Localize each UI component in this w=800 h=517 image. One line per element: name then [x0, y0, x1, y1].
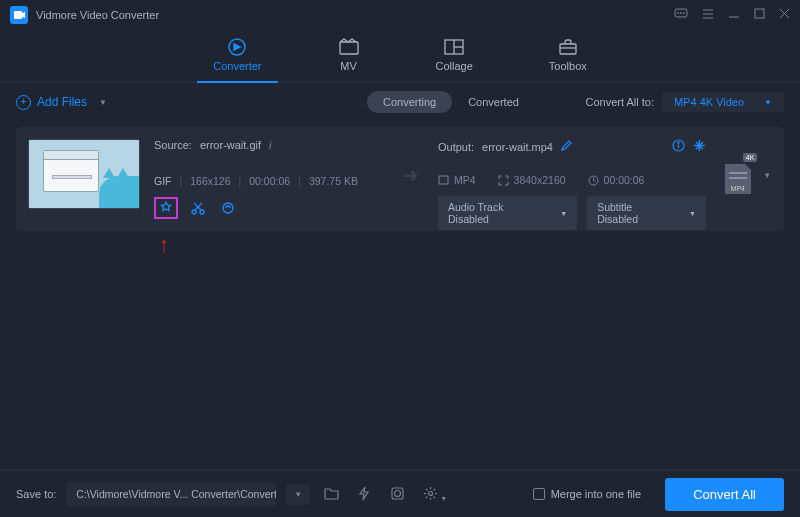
svg-point-20	[200, 210, 204, 214]
tab-label: Toolbox	[549, 60, 587, 72]
svg-point-2	[678, 12, 679, 13]
tab-label: Collage	[436, 60, 473, 72]
toolbar: + Add Files ▼ Converting Converted Conve…	[0, 83, 800, 121]
media-info-icon[interactable]	[672, 139, 685, 154]
tab-label: Converter	[213, 60, 261, 72]
save-to-label: Save to:	[16, 488, 56, 500]
svg-point-26	[678, 142, 679, 143]
toolbox-icon	[557, 38, 579, 56]
chevron-down-icon: ▼	[560, 210, 567, 217]
arrow-right-icon: ➜	[402, 163, 419, 187]
minimize-icon[interactable]	[728, 8, 740, 23]
svg-rect-13	[340, 42, 358, 54]
app-title: Vidmore Video Converter	[36, 9, 674, 21]
hw-accel-icon[interactable]	[353, 482, 376, 507]
convert-all-button[interactable]: Convert All	[665, 478, 784, 511]
enhance-button[interactable]	[218, 198, 238, 218]
chevron-down-icon: ▼	[689, 210, 696, 217]
rename-icon[interactable]	[561, 140, 572, 153]
output-dimensions: 3840x2160	[514, 174, 566, 186]
compress-icon[interactable]	[693, 139, 706, 154]
tab-label: MV	[340, 60, 357, 72]
high-speed-icon[interactable]	[386, 482, 409, 507]
chevron-down-icon: ▼	[764, 98, 772, 107]
convert-all-label: Convert All to:	[585, 96, 653, 108]
format-value: MP4 4K Video	[674, 96, 744, 108]
plus-icon: +	[16, 95, 31, 110]
save-path-dropdown[interactable]: ▼	[286, 484, 310, 505]
tab-mv[interactable]: MV	[330, 34, 368, 82]
svg-rect-9	[755, 9, 764, 18]
source-filename: error-wait.gif	[200, 139, 261, 151]
main-tabs: Converter MV Collage Toolbox	[0, 30, 800, 83]
audio-track-select[interactable]: Audio Track Disabled ▼	[438, 196, 577, 230]
add-files-button[interactable]: + Add Files ▼	[16, 95, 107, 110]
maximize-icon[interactable]	[754, 8, 765, 23]
tab-converter[interactable]: Converter	[205, 34, 269, 82]
svg-point-23	[223, 203, 233, 213]
chevron-down-icon: ▼	[99, 98, 107, 107]
checkbox-icon	[533, 488, 545, 500]
output-format-select[interactable]: MP4 4K Video ▼	[662, 92, 784, 112]
svg-point-4	[684, 12, 685, 13]
svg-point-3	[681, 12, 682, 13]
output-label: Output:	[438, 141, 474, 153]
source-metadata: GIF| 166x126| 00:00:06| 397.75 KB	[154, 175, 374, 187]
svg-rect-33	[392, 488, 403, 499]
menu-icon[interactable]	[702, 8, 714, 23]
svg-line-22	[194, 203, 201, 210]
status-segment: Converting Converted	[367, 91, 535, 113]
audio-track-value: Audio Track Disabled	[448, 201, 546, 225]
segment-converting[interactable]: Converting	[367, 91, 452, 113]
titlebar: Vidmore Video Converter	[0, 0, 800, 30]
mv-icon	[338, 38, 360, 56]
svg-point-34	[395, 490, 401, 496]
svg-point-35	[429, 491, 433, 495]
edit-effects-button[interactable]	[154, 197, 178, 219]
feedback-icon[interactable]	[674, 8, 688, 23]
output-format-badge[interactable]: 4K MP4 ▼	[728, 153, 768, 197]
subtitle-value: Subtitle Disabled	[597, 201, 675, 225]
source-size: 397.75 KB	[309, 175, 358, 187]
cut-button[interactable]	[188, 198, 208, 218]
tab-toolbox[interactable]: Toolbox	[541, 34, 595, 82]
file-item: Source: error-wait.gif i GIF| 166x126| 0…	[16, 127, 784, 231]
svg-rect-0	[14, 11, 22, 19]
tab-collage[interactable]: Collage	[428, 34, 481, 82]
source-duration: 00:00:06	[249, 175, 290, 187]
subtitle-select[interactable]: Subtitle Disabled ▼	[587, 196, 706, 230]
open-folder-icon[interactable]	[320, 483, 343, 506]
collage-icon	[443, 38, 465, 56]
info-icon[interactable]: i	[269, 139, 271, 151]
annotation-arrow: ↑	[160, 232, 168, 257]
merge-checkbox[interactable]: Merge into one file	[533, 488, 642, 500]
svg-rect-17	[560, 44, 576, 54]
svg-rect-31	[439, 176, 448, 184]
add-files-label: Add Files	[37, 95, 87, 109]
chevron-down-icon: ▼	[763, 171, 771, 180]
output-format: MP4	[454, 174, 476, 186]
quality-badge: 4K	[743, 153, 758, 162]
source-format: GIF	[154, 175, 172, 187]
segment-converted[interactable]: Converted	[452, 91, 535, 113]
settings-icon[interactable]: ▼	[419, 482, 451, 507]
output-duration: 00:00:06	[604, 174, 645, 186]
svg-point-19	[192, 210, 196, 214]
footer: Save to: C:\Vidmore\Vidmore V... Convert…	[0, 469, 800, 517]
output-filename: error-wait.mp4	[482, 141, 553, 153]
source-label: Source:	[154, 139, 192, 151]
thumbnail[interactable]	[28, 139, 140, 209]
svg-line-21	[195, 203, 202, 210]
app-logo	[10, 6, 28, 24]
close-icon[interactable]	[779, 8, 790, 23]
merge-label: Merge into one file	[551, 488, 642, 500]
ext-label: MP4	[725, 185, 751, 192]
source-dimensions: 166x126	[190, 175, 230, 187]
converter-icon	[226, 38, 248, 56]
save-path-field[interactable]: C:\Vidmore\Vidmore V... Converter\Conver…	[66, 482, 276, 506]
